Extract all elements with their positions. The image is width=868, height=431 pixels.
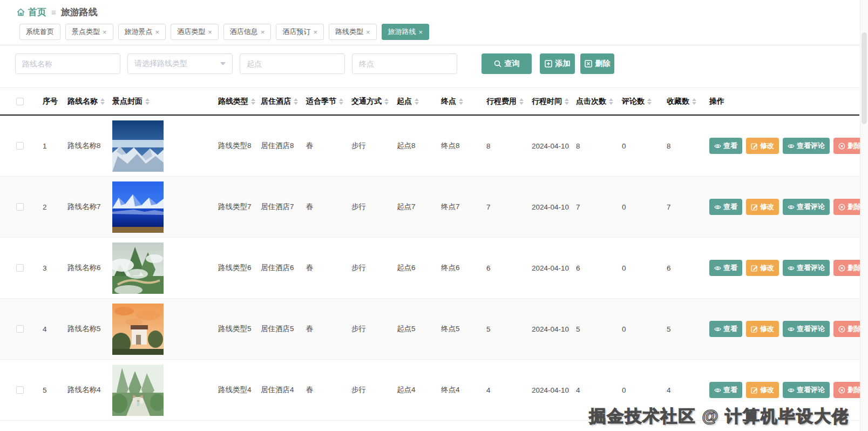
add-button[interactable]: 添加 bbox=[540, 53, 575, 74]
view-button[interactable]: 查看 bbox=[709, 382, 742, 398]
tab-scenic-type[interactable]: 景点类型× bbox=[65, 24, 113, 40]
routes-table: 序号 路线名称 景点封面 路线类型 居住酒店 适合季节 交通方式 起点 终点 行… bbox=[0, 87, 859, 421]
cover-image[interactable] bbox=[112, 120, 164, 172]
route-type-select[interactable]: 请选择路线类型 bbox=[127, 53, 233, 74]
eye-icon bbox=[788, 387, 795, 393]
tab-system-home[interactable]: 系统首页 bbox=[19, 24, 60, 40]
tab-hotel-booking[interactable]: 酒店预订× bbox=[276, 24, 324, 40]
scrollbar[interactable] bbox=[860, 0, 868, 431]
eye-icon bbox=[788, 143, 795, 149]
circle-x-icon bbox=[838, 143, 845, 150]
table-row: 1 路线名称8 路线类型8 居住酒店8 春 步行 起点8 终点8 8 2024-… bbox=[0, 116, 859, 177]
sort-icon[interactable] bbox=[415, 96, 419, 107]
row-checkbox[interactable] bbox=[16, 264, 24, 272]
view-comments-button[interactable]: 查看评论 bbox=[783, 138, 830, 154]
sort-icon[interactable] bbox=[100, 96, 105, 107]
select-all-checkbox[interactable] bbox=[16, 98, 24, 105]
eye-icon bbox=[788, 204, 795, 210]
sort-icon[interactable] bbox=[384, 96, 389, 107]
search-icon bbox=[494, 60, 501, 68]
close-icon[interactable]: × bbox=[155, 28, 160, 36]
edit-button[interactable]: 修改 bbox=[746, 321, 779, 337]
tab-travel-route[interactable]: 旅游路线× bbox=[382, 24, 430, 40]
table-row: 3 路线名称6 路线类型6 居住酒店6 春 步行 起点6 终点6 6 2024-… bbox=[0, 238, 859, 299]
end-point-input[interactable] bbox=[352, 53, 457, 74]
row-checkbox[interactable] bbox=[16, 203, 24, 211]
circle-x-icon bbox=[838, 387, 845, 394]
row-checkbox[interactable] bbox=[16, 142, 24, 150]
chevron-down-icon bbox=[220, 62, 226, 68]
close-icon[interactable]: × bbox=[208, 28, 212, 36]
edit-button[interactable]: 修改 bbox=[746, 138, 779, 154]
filter-toolbar: 请选择路线类型 查询 添加 删除 bbox=[15, 53, 868, 74]
eye-icon bbox=[714, 326, 721, 332]
close-icon[interactable]: × bbox=[313, 28, 317, 36]
route-name-input[interactable] bbox=[15, 53, 120, 74]
breadcrumb-home-link[interactable]: 首页 bbox=[16, 6, 46, 18]
circle-x-icon bbox=[838, 326, 845, 333]
tab-scenic-spot[interactable]: 旅游景点× bbox=[118, 24, 166, 40]
route-type-select-placeholder: 请选择路线类型 bbox=[134, 59, 187, 69]
view-button[interactable]: 查看 bbox=[709, 199, 742, 215]
edit-button[interactable]: 修改 bbox=[746, 260, 779, 276]
edit-button[interactable]: 修改 bbox=[746, 199, 779, 215]
sort-icon[interactable] bbox=[609, 96, 613, 107]
sort-icon[interactable] bbox=[519, 96, 524, 107]
edit-button[interactable]: 修改 bbox=[746, 382, 779, 398]
sort-icon[interactable] bbox=[692, 96, 696, 107]
delete-button[interactable]: 删除 bbox=[580, 53, 614, 74]
square-x-icon bbox=[585, 60, 592, 68]
tab-hotel-type[interactable]: 酒店类型× bbox=[171, 24, 219, 40]
sort-icon[interactable] bbox=[251, 96, 255, 107]
cover-image[interactable] bbox=[112, 304, 164, 355]
row-checkbox[interactable] bbox=[16, 386, 24, 394]
view-comments-button[interactable]: 查看评论 bbox=[783, 199, 830, 215]
view-button[interactable]: 查看 bbox=[709, 138, 742, 154]
circle-x-icon bbox=[838, 204, 845, 211]
table-header-row: 序号 路线名称 景点封面 路线类型 居住酒店 适合季节 交通方式 起点 终点 行… bbox=[0, 87, 859, 116]
breadcrumb-home-label: 首页 bbox=[28, 6, 46, 18]
row-checkbox[interactable] bbox=[16, 325, 24, 333]
cover-image[interactable] bbox=[112, 181, 164, 233]
square-plus-icon bbox=[545, 60, 552, 68]
breadcrumb-separator-icon: ≡ bbox=[51, 8, 56, 17]
sort-icon[interactable] bbox=[145, 96, 150, 107]
sort-icon[interactable] bbox=[459, 96, 463, 107]
eye-icon bbox=[714, 265, 721, 271]
sort-icon[interactable] bbox=[565, 96, 569, 107]
sort-icon[interactable] bbox=[339, 96, 343, 107]
eye-icon bbox=[788, 326, 795, 332]
close-icon[interactable]: × bbox=[419, 28, 423, 36]
view-comments-button[interactable]: 查看评论 bbox=[783, 382, 830, 398]
view-button[interactable]: 查看 bbox=[709, 260, 742, 276]
tab-hotel-info[interactable]: 酒店信息× bbox=[223, 24, 272, 40]
home-icon bbox=[16, 8, 25, 17]
edit-icon bbox=[751, 204, 758, 211]
view-comments-button[interactable]: 查看评论 bbox=[783, 321, 830, 337]
table-row: 4 路线名称5 路线类型5 居住酒店5 春 步行 起点5 终点5 5 2024-… bbox=[0, 299, 859, 360]
close-icon[interactable]: × bbox=[261, 28, 265, 36]
edit-icon bbox=[751, 143, 758, 150]
sort-icon[interactable] bbox=[294, 96, 298, 107]
close-icon[interactable]: × bbox=[366, 28, 370, 36]
edit-icon bbox=[751, 326, 758, 333]
start-point-input[interactable] bbox=[240, 53, 345, 74]
edit-icon bbox=[751, 387, 758, 394]
scrollbar-thumb[interactable] bbox=[862, 32, 867, 124]
eye-icon bbox=[714, 204, 721, 210]
view-comments-button[interactable]: 查看评论 bbox=[783, 260, 830, 276]
table-row: 5 路线名称4 路线类型4 居住酒店4 春 步行 起点4 终点4 4 2024-… bbox=[0, 360, 859, 421]
cover-image[interactable] bbox=[112, 243, 164, 294]
view-button[interactable]: 查看 bbox=[709, 321, 742, 337]
tab-route-type[interactable]: 路线类型× bbox=[329, 24, 377, 40]
search-button[interactable]: 查询 bbox=[482, 53, 532, 74]
close-icon[interactable]: × bbox=[103, 28, 107, 36]
breadcrumb: 首页 ≡ 旅游路线 bbox=[0, 0, 868, 24]
cover-image[interactable] bbox=[112, 365, 164, 416]
eye-icon bbox=[714, 143, 721, 149]
edit-icon bbox=[751, 265, 758, 272]
sort-icon[interactable] bbox=[647, 96, 652, 107]
circle-x-icon bbox=[838, 265, 845, 272]
eye-icon bbox=[788, 265, 795, 271]
page-title: 旅游路线 bbox=[61, 6, 98, 18]
